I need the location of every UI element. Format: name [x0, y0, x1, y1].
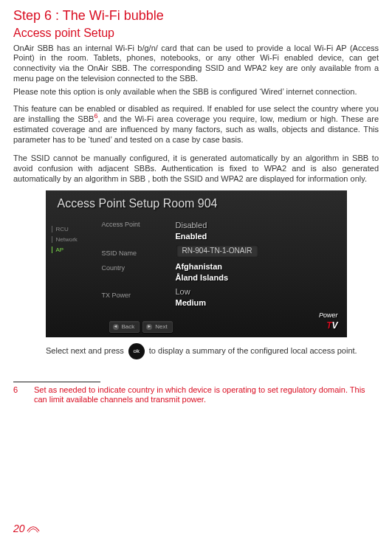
back-label: Back	[122, 323, 135, 331]
ap-option-group[interactable]: Disabled Enabled	[176, 218, 347, 244]
country-option-1[interactable]: Afghanistan	[176, 261, 223, 272]
next-icon: ►	[146, 324, 152, 330]
nav-item-network[interactable]: Network	[52, 236, 102, 244]
tx-option-group[interactable]: Low Medium	[176, 285, 347, 310]
paragraph-intro-1: OnAir SBB has an internal Wi-Fi b/g/n/ c…	[13, 44, 379, 84]
caption-before: Select next and press	[46, 346, 124, 356]
next-label: Next	[155, 323, 167, 331]
logo-power-text: Power	[319, 311, 338, 320]
footnote-rule	[13, 382, 100, 382]
power-tv-logo: Power TV	[319, 311, 338, 331]
back-button[interactable]: ◄ Back	[109, 321, 140, 333]
ap-option-enabled[interactable]: Enabled	[176, 231, 207, 241]
logo-v: V	[331, 320, 337, 331]
footnote-text: Set as needed to indicate country in whi…	[34, 385, 371, 406]
country-option-group[interactable]: Afghanistan Åland Islands	[176, 260, 347, 285]
label-access-point: Access Point	[102, 218, 176, 246]
ssid-value: RN-904-TN-1-ONAIR	[176, 244, 259, 258]
label-tx-power: TX Power	[102, 289, 176, 317]
paragraph-feature: This feature can be enabled or disabled …	[13, 104, 379, 145]
paragraph-ssid-info: The SSID cannot be manually configured, …	[13, 154, 379, 184]
next-button[interactable]: ► Next	[142, 321, 172, 333]
section-subtitle: Access point Setup	[13, 26, 379, 41]
screenshot-nav-buttons: ◄ Back ► Next	[46, 317, 347, 333]
screenshot-left-nav: RCU Network AP	[46, 217, 102, 317]
ap-setup-screenshot: Access Point Setup Room 904 RCU Network …	[46, 190, 347, 337]
screenshot-title: Access Point Setup Room 904	[46, 190, 347, 217]
country-option-2[interactable]: Åland Islands	[176, 272, 229, 283]
back-icon: ◄	[113, 324, 119, 330]
ssid-field: RN-904-TN-1-ONAIR	[176, 244, 347, 260]
page-arc-icon	[27, 523, 40, 534]
footnote-6: 6 Set as needed to indicate country in w…	[13, 385, 379, 406]
caption-row: Select next and press ok to display a su…	[46, 343, 379, 359]
screenshot-values: Disabled Enabled RN-904-TN-1-ONAIR Afgha…	[176, 217, 347, 317]
label-ssid-name: SSID Name	[102, 246, 176, 262]
tx-option-low[interactable]: Low	[176, 286, 190, 297]
page-number: 20	[13, 523, 40, 536]
ok-button-icon: ok	[128, 343, 145, 359]
caption-after: to display a summary of the configured l…	[149, 346, 357, 356]
paragraph-intro-2: Please note this option is only availabl…	[13, 87, 379, 97]
nav-item-ap[interactable]: AP	[52, 247, 102, 254]
footnote-number: 6	[13, 385, 22, 406]
ap-option-disabled[interactable]: Disabled	[176, 220, 207, 230]
step-title: Step 6 : The Wi-Fi bubble	[13, 7, 379, 24]
screenshot-labels: Access Point SSID Name Country TX Power	[102, 217, 176, 317]
label-country: Country	[102, 262, 176, 289]
tx-option-medium[interactable]: Medium	[176, 297, 207, 308]
nav-item-rcu[interactable]: RCU	[52, 226, 102, 233]
